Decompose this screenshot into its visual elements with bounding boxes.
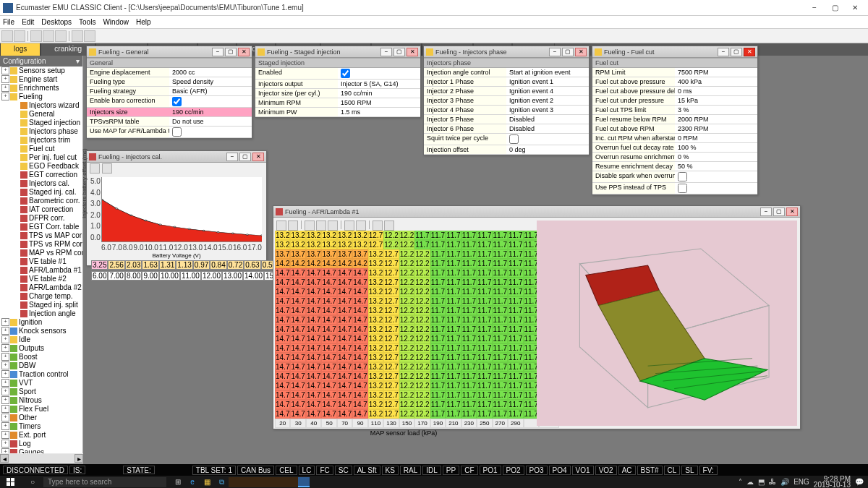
afr-cell[interactable]: 13.2 [337, 231, 352, 240]
afr-cell[interactable]: 13.2 [368, 390, 383, 400]
afr-cell[interactable]: 13.7 [337, 249, 352, 259]
afr-cell[interactable]: 14.7 [306, 353, 321, 362]
afr-cell[interactable]: 12.7 [383, 334, 399, 343]
afr-cell[interactable]: 12.7 [383, 268, 399, 278]
param-value[interactable]: 190 cc/min [338, 89, 420, 98]
afr-cell[interactable]: 14.7 [321, 372, 336, 381]
afr-cell[interactable]: 14.7 [337, 315, 352, 325]
afr-cell[interactable]: 11.7 [430, 231, 446, 240]
afr-table[interactable]: 13.213.213.213.213.213.212.712.212.211.7… [275, 231, 532, 428]
param-label[interactable]: Overrun resume enrichment [592, 153, 675, 162]
param-label[interactable]: Use MAP for AFR/Lambda target [87, 127, 169, 138]
afr-cell[interactable]: 11.7 [430, 372, 446, 381]
afr-cell[interactable]: 14.7 [321, 343, 336, 353]
tree-item[interactable]: Barometric corr. [0, 197, 82, 205]
afr-cell[interactable]: 12.2 [399, 231, 414, 240]
injectors-cal-chart[interactable]: 5.04.03.02.01.00.0 [101, 177, 262, 242]
cut-icon[interactable] [72, 30, 83, 42]
tree-item[interactable]: Injection angle [0, 309, 82, 318]
afr-cell[interactable]: 14.7 [306, 362, 321, 372]
afr-cell[interactable]: 12.2 [399, 381, 414, 390]
afr-cell[interactable]: 14.7 [290, 334, 305, 343]
task-view-icon[interactable]: ⊞ [171, 476, 185, 488]
afr-cell[interactable]: 12.2 [383, 240, 399, 249]
tree-item[interactable]: TPS vs RPM corr. [0, 240, 82, 249]
afr-cell[interactable]: 12.2 [399, 306, 414, 315]
panel-min-button[interactable]: − [380, 48, 392, 56]
afr-cell[interactable]: 12.7 [383, 287, 399, 296]
afr-cell[interactable]: 11.7 [461, 400, 477, 409]
afr-cell[interactable]: 11.7 [508, 296, 523, 306]
both-icon[interactable] [328, 221, 338, 231]
afr-cell[interactable]: 11.7 [430, 343, 446, 353]
afr-cell[interactable]: 12.2 [399, 278, 414, 287]
cortana-button[interactable]: ○ [22, 476, 43, 488]
afr-cell[interactable]: 12.7 [383, 315, 399, 325]
afr-cell[interactable]: 11.7 [493, 249, 508, 259]
param-label[interactable]: RPM Limit [592, 68, 675, 77]
afr-cell[interactable]: 11.7 [508, 268, 523, 278]
afr-cell[interactable]: 11.7 [414, 231, 430, 240]
afr-cell[interactable]: 14.7 [290, 278, 305, 287]
afr-cell[interactable]: 13.2 [368, 306, 383, 315]
afr-cell[interactable]: 14.7 [290, 315, 305, 325]
afr-cell[interactable]: 14.7 [290, 372, 305, 381]
afr-cell[interactable]: 14.7 [352, 334, 367, 343]
panel-min-button[interactable]: − [760, 207, 772, 216]
afr-cell[interactable]: 12.7 [368, 231, 383, 240]
param-label[interactable]: Fuel cut above pressure delay [592, 87, 675, 96]
afr-cell[interactable]: 12.2 [414, 390, 430, 400]
afr-cell[interactable]: 11.7 [461, 287, 477, 296]
afr-cell[interactable]: 12.7 [383, 343, 399, 353]
afr-cell[interactable]: 13.2 [290, 240, 305, 249]
afr-cell[interactable]: 14.7 [306, 390, 321, 400]
cal-cell[interactable]: 0.84 [210, 260, 226, 270]
afr-cell[interactable]: 13.2 [352, 231, 367, 240]
afr-cell[interactable]: 11.7 [493, 278, 508, 287]
panel-close-button[interactable]: ✕ [238, 48, 250, 56]
tree-item[interactable]: Injectors trim [0, 136, 82, 145]
afr-cell[interactable]: 12.2 [399, 287, 414, 296]
param-label[interactable]: Fuel cut under pressure [592, 96, 675, 106]
tree-item[interactable]: EGT Corr. table [0, 223, 82, 231]
param-value[interactable]: Speed density [169, 77, 252, 87]
afr-cell[interactable]: 11.7 [508, 315, 523, 325]
afr-cell[interactable]: 12.2 [414, 315, 430, 325]
panel-injectors-phase[interactable]: Fueling - Injectors phase−▢✕ Injectors p… [423, 46, 590, 155]
afr-cell[interactable]: 14.7 [321, 296, 336, 306]
afr-cell[interactable]: 11.7 [508, 372, 523, 381]
afr-cell[interactable]: 14.7 [352, 315, 367, 325]
afr-cell[interactable]: 11.7 [446, 400, 461, 409]
param-value[interactable]: 50 % [675, 162, 757, 171]
param-label[interactable]: Fuel cut above RPM [592, 124, 675, 134]
afr-cell[interactable]: 14.7 [275, 390, 290, 400]
afr-cell[interactable]: 14.7 [321, 362, 336, 372]
afr-cell[interactable]: 11.7 [493, 296, 508, 306]
afr-cell[interactable]: 14.7 [352, 278, 367, 287]
cal-cell[interactable]: 10.00 [159, 271, 180, 281]
afr-cell[interactable]: 11.7 [508, 362, 523, 372]
afr-cell[interactable]: 14.7 [275, 409, 290, 419]
afr-cell[interactable]: 11.7 [508, 259, 523, 268]
afr-cell[interactable]: 14.7 [321, 353, 336, 362]
afr-cell[interactable]: 14.7 [275, 362, 290, 372]
app6-icon[interactable] [286, 477, 298, 487]
panel-fuel-cut[interactable]: Fueling - Fuel cut−▢✕ Fuel cut RPM Limit… [592, 46, 758, 195]
afr-cell[interactable]: 11.7 [430, 315, 446, 325]
tree-item[interactable]: Log [0, 440, 82, 448]
panel-staged-injection[interactable]: Fueling - Staged injection−▢✕ Staged inj… [255, 46, 421, 118]
afr-cell[interactable]: 13.2 [306, 231, 321, 240]
panel-fueling-general[interactable]: Fueling - General−▢✕ General Engine disp… [86, 46, 252, 139]
afr-cell[interactable]: 11.7 [493, 353, 508, 362]
afr-cell[interactable]: 14.7 [290, 343, 305, 353]
afr-cell[interactable]: 11.7 [477, 390, 492, 400]
explorer-icon[interactable]: ▦ [200, 476, 214, 488]
panel-max-button[interactable]: ▢ [225, 48, 237, 56]
afr-cell[interactable]: 12.7 [383, 325, 399, 334]
tree-item[interactable]: Outputs [0, 344, 82, 353]
afr-cell[interactable]: 13.7 [321, 249, 336, 259]
cal-cell[interactable]: 0.97 [193, 260, 210, 270]
afr-cell[interactable]: 13.2 [368, 278, 383, 287]
param-value[interactable] [675, 171, 757, 183]
param-value[interactable]: 3 % [675, 106, 757, 115]
